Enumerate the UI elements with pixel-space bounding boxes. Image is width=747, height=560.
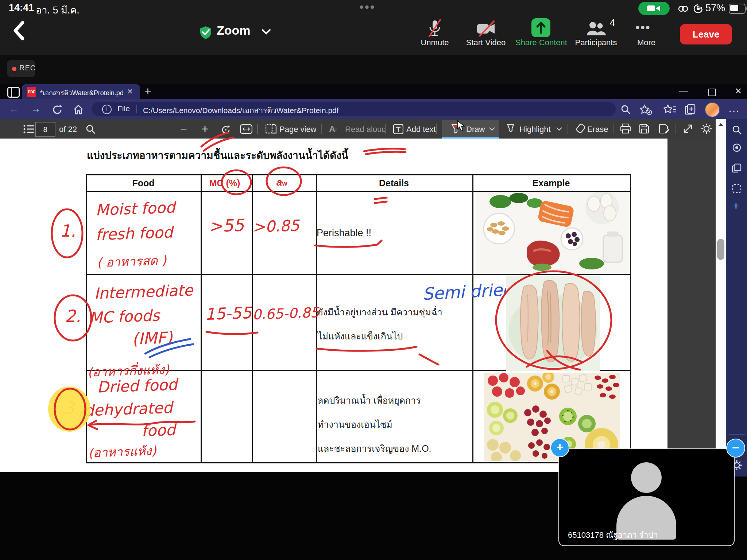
screen-recording-pill-icon[interactable] <box>638 2 670 15</box>
favorites-bar-icon[interactable] <box>663 104 677 115</box>
participants-button[interactable]: Participants <box>566 38 626 47</box>
add-favorite-star-icon[interactable] <box>639 104 652 115</box>
settings-menu-dots-icon[interactable]: … <box>728 101 740 115</box>
refresh-icon[interactable] <box>52 104 63 115</box>
new-tab-icon[interactable]: + <box>144 85 151 98</box>
orientation-lock-icon <box>693 4 703 14</box>
pen-annotations-overlay <box>0 119 747 477</box>
url-field[interactable]: i File C:/Users/Lenovo/Downloads/เอกสารต… <box>92 102 616 116</box>
mouse-cursor <box>457 120 466 132</box>
unmute-mic-icon[interactable] <box>424 19 446 37</box>
tab-actions-icon[interactable] <box>7 87 20 98</box>
site-info-icon[interactable]: i <box>102 105 112 114</box>
recording-badge: REC <box>7 60 35 77</box>
home-icon[interactable] <box>73 104 84 115</box>
url-path: C:/Users/Lenovo/Downloads/เอกสารติวWater… <box>143 104 339 116</box>
leave-button[interactable]: Leave <box>680 24 732 44</box>
window-minimize-icon[interactable]: — <box>679 85 688 96</box>
multitask-dots-icon[interactable]: ••• <box>359 0 376 14</box>
window-close-icon[interactable]: ✕ <box>735 86 742 96</box>
desktop-gap <box>0 55 747 84</box>
tab-title: *เอกสารติวWater&Protein.pdf <box>40 88 123 98</box>
ipad-screen: 14:41 อา. 5 มี.ค. ••• 57% Zoom Unmute St… <box>0 0 747 560</box>
start-video-icon[interactable] <box>474 20 498 37</box>
browser-back-icon[interactable]: ← <box>9 103 19 114</box>
participant-name: 65103178 ณัฐอาภา จำปา <box>568 529 658 541</box>
hotspot-link-icon <box>678 4 689 13</box>
recording-label: REC <box>19 64 36 72</box>
zoom-page-icon[interactable] <box>620 104 631 115</box>
avatar-head <box>631 462 662 493</box>
start-video-button[interactable]: Start Video <box>457 38 515 47</box>
more-dots-icon[interactable]: ••• <box>635 20 651 35</box>
thumbnail-minimize-button[interactable]: − <box>726 439 745 458</box>
battery-icon <box>729 4 746 14</box>
participant-video-tile[interactable]: 65103178 ณัฐอาภา จำปา <box>558 448 735 546</box>
browser-forward-icon[interactable]: → <box>31 103 41 114</box>
battery-percent: 57% <box>705 3 725 14</box>
participants-icon[interactable] <box>584 20 608 37</box>
unmute-button[interactable]: Unmute <box>411 38 458 47</box>
recording-dot-icon <box>12 67 16 71</box>
browser-tab[interactable]: PDF *เอกสารติวWater&Protein.pdf ✕ <box>22 84 140 99</box>
url-divider <box>136 105 137 113</box>
meeting-info-chevron-icon[interactable] <box>261 28 271 36</box>
back-chevron-icon[interactable] <box>11 20 27 41</box>
clock: 14:41 <box>9 2 34 13</box>
thumbnail-expand-plus-button[interactable]: + <box>550 438 569 457</box>
more-button[interactable]: More <box>633 38 659 47</box>
share-content-button[interactable]: Share Content <box>509 38 574 47</box>
security-shield-icon <box>199 26 212 39</box>
url-scheme: File <box>117 104 130 113</box>
collections-icon[interactable] <box>685 104 696 115</box>
window-restore-icon[interactable] <box>708 89 716 96</box>
profile-avatar[interactable] <box>705 102 720 117</box>
share-content-icon[interactable] <box>531 18 550 37</box>
tab-close-icon[interactable]: ✕ <box>127 87 133 96</box>
date: อา. 5 มี.ค. <box>36 2 80 18</box>
participants-count-badge: 4 <box>610 18 615 28</box>
meeting-title[interactable]: Zoom <box>217 23 251 38</box>
pdf-favicon-icon: PDF <box>27 87 36 97</box>
